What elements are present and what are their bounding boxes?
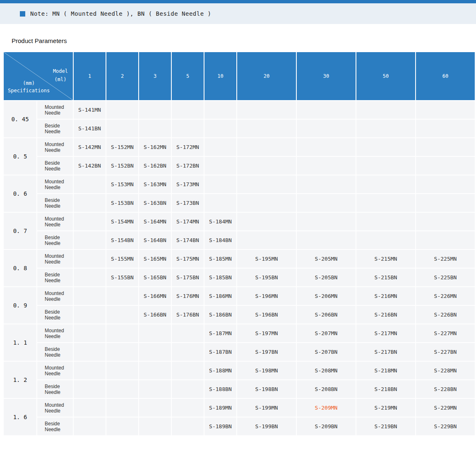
page-title: Product Parameters [12,37,476,45]
model-code: S-185MN [204,249,237,268]
column-header-50ml: 50 [356,52,416,101]
model-code: S-229MN [416,398,475,417]
table-row-05-mn: 0. 5Mounted NeedleS-142MNS-152MNS-162MNS… [3,138,475,156]
column-header-30ml: 30 [296,52,356,101]
empty-cell [106,343,139,361]
table-row-06-mn: 0. 6Mounted NeedleS-153MNS-163MNS-173MN [3,175,475,194]
column-header-60ml: 60 [416,52,475,101]
row-label-mounted-needle: Mounted Needle [37,212,73,231]
empty-cell [171,380,204,398]
empty-cell [73,324,106,343]
model-code: S-152BN [106,156,139,175]
corner-ml-unit: (ml) [53,75,68,84]
row-label-mounted-needle: Mounted Needle [37,101,73,119]
model-code: S-219BN [356,417,416,436]
model-code: S-186MN [204,287,237,305]
model-code: S-166MN [139,287,171,305]
empty-cell [139,380,171,398]
spec-value: 0. 8 [3,249,37,287]
model-code: S-162BN [139,156,171,175]
empty-cell [204,119,237,138]
model-code: S-216BN [356,305,416,324]
model-code: S-215BN [356,268,416,287]
empty-cell [296,231,356,249]
empty-cell [416,212,475,231]
spec-value: 0. 5 [3,138,37,175]
empty-cell [296,138,356,156]
table-row-06-bn: Beside NeedleS-153BNS-163BNS-173BN [3,194,475,212]
note-text: Note: MN ( Mounted Needle ), BN ( Beside… [30,10,212,17]
column-header-10ml: 10 [204,52,237,101]
page: { "top_bar": { "color": "#2878be" }, "no… [0,0,476,451]
corner-model-text: Model [53,67,68,75]
model-code: S-175BN [171,268,204,287]
model-code: S-162MN [139,138,171,156]
row-label-beside-needle: Beside Needle [37,156,73,175]
empty-cell [416,119,475,138]
model-code: S-187BN [204,343,237,361]
empty-cell [204,175,237,194]
model-code: S-176BN [171,305,204,324]
model-code: S-155BN [106,268,139,287]
empty-cell [416,101,475,119]
empty-cell [204,156,237,175]
model-code: S-229BN [416,417,475,436]
row-label-mounted-needle: Mounted Needle [37,175,73,194]
model-code: S-176MN [171,287,204,305]
table-row-16-mn: 1. 6Mounted NeedleS-189MNS-199MNS-209MNS… [3,398,475,417]
empty-cell [171,343,204,361]
empty-cell [139,343,171,361]
empty-cell [106,417,139,436]
empty-cell [356,119,416,138]
row-label-beside-needle: Beside Needle [37,343,73,361]
empty-cell [237,175,296,194]
empty-cell [416,175,475,194]
model-code: S-197BN [237,343,296,361]
empty-cell [73,417,106,436]
empty-cell [237,138,296,156]
empty-cell [73,249,106,268]
empty-cell [296,119,356,138]
table-row-09-bn: Beside NeedleS-166BNS-176BNS-186BNS-196B… [3,305,475,324]
table-row-05-bn: Beside NeedleS-142BNS-152BNS-162BNS-172B… [3,156,475,175]
model-code: S-173MN [171,175,204,194]
empty-cell [73,268,106,287]
empty-cell [296,101,356,119]
model-code: S-154MN [106,212,139,231]
empty-cell [73,361,106,380]
model-code: S-189BN [204,417,237,436]
model-code: S-217BN [356,343,416,361]
model-code: S-208BN [296,380,356,398]
model-code: S-225BN [416,268,475,287]
table-row-11-bn: Beside NeedleS-187BNS-197BNS-207BNS-217B… [3,343,475,361]
model-code: S-199MN [237,398,296,417]
model-code: S-172MN [171,138,204,156]
empty-cell [139,119,171,138]
spec-value: 0. 6 [3,175,37,212]
row-label-mounted-needle: Mounted Needle [37,361,73,380]
model-code: S-165BN [139,268,171,287]
empty-cell [296,212,356,231]
model-code: S-195MN [237,249,296,268]
model-code: S-152MN [106,138,139,156]
empty-cell [171,119,204,138]
column-header-1ml: 1 [73,52,106,101]
model-code: S-153MN [106,175,139,194]
table-row-08-bn: Beside NeedleS-155BNS-165BNS-175BNS-185B… [3,268,475,287]
row-label-beside-needle: Beside Needle [37,268,73,287]
row-label-beside-needle: Beside Needle [37,380,73,398]
column-header-20ml: 20 [237,52,296,101]
model-code: S-206BN [296,305,356,324]
spec-value: 1. 2 [3,361,37,398]
empty-cell [171,417,204,436]
model-code: S-184MN [204,212,237,231]
table-row-09-mn: 0. 9Mounted NeedleS-166MNS-176MNS-186MNS… [3,287,475,305]
model-code: S-184BN [204,231,237,249]
empty-cell [73,305,106,324]
empty-cell [356,231,416,249]
model-code: S-195BN [237,268,296,287]
model-code: S-164BN [139,231,171,249]
empty-cell [356,194,416,212]
table-corner-cell: Model (ml) (mm) Specifications [3,52,73,101]
empty-cell [139,417,171,436]
